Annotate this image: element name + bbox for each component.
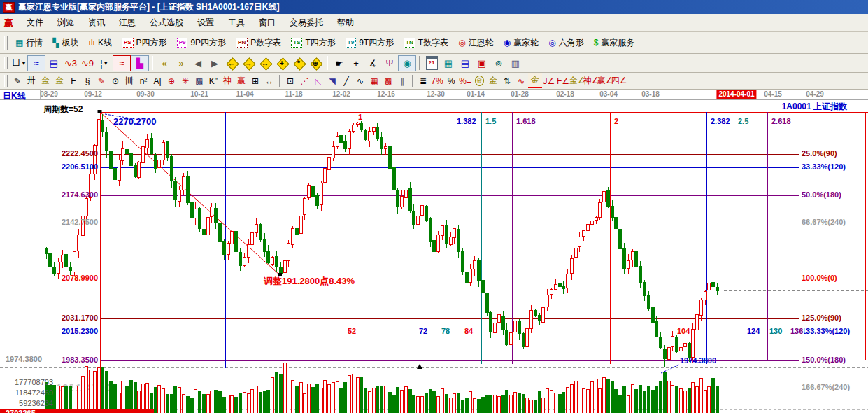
zoom-out-button[interactable]: * xyxy=(290,56,307,71)
span-arrows-button[interactable]: ↔ xyxy=(262,74,276,88)
crosshair-button[interactable]: + xyxy=(348,56,364,71)
gold-grid-1-button[interactable]: 金 xyxy=(38,74,52,88)
menu-item-4[interactable]: 公式选股 xyxy=(143,15,190,31)
pct-seven-button[interactable]: 7% xyxy=(430,74,444,88)
j-angle-button[interactable]: J∠ xyxy=(542,74,556,88)
pen-updown-button[interactable]: ⇅ xyxy=(500,74,514,88)
workstation-button[interactable]: ▥ xyxy=(507,56,524,71)
menu-item-9[interactable]: 帮助 xyxy=(331,15,360,31)
wave-9-button[interactable]: ∿9 xyxy=(79,56,96,71)
winner-wheel-button[interactable]: ◉赢家轮 xyxy=(499,36,543,50)
grid-red-1-button[interactable]: ▦ xyxy=(367,74,381,88)
prev-bar-button[interactable]: ◀ xyxy=(190,56,206,71)
toolbar-grip[interactable] xyxy=(4,57,8,69)
grid-44-button[interactable]: 卌 xyxy=(122,74,136,88)
angle-measure-button[interactable]: ∡ xyxy=(364,56,381,71)
kline-chart-canvas[interactable] xyxy=(0,100,868,413)
ray-fan-red-button[interactable]: ⋰ xyxy=(297,74,311,88)
map-overview-button[interactable]: ≈ xyxy=(27,55,45,71)
zoom-in-button[interactable]: + xyxy=(273,56,290,71)
slant-lines-button[interactable]: ∥ xyxy=(395,74,409,88)
menu-item-0[interactable]: 文件 xyxy=(20,15,50,31)
compass-red-button[interactable]: ⊕ xyxy=(164,74,178,88)
service-button[interactable]: $赢家服务 xyxy=(589,36,640,50)
trend-pen-button[interactable]: ╱ xyxy=(339,74,353,88)
wave-3-button[interactable]: ∿3 xyxy=(62,56,79,71)
kline-button[interactable]: ılıK线 xyxy=(84,36,117,50)
expand-h-button[interactable]: ↔ xyxy=(257,56,273,71)
quote-button[interactable]: ▦行情 xyxy=(10,36,48,50)
menu-item-8[interactable]: 交易委托 xyxy=(283,15,329,31)
structure-tree-button[interactable]: Ψ xyxy=(381,56,398,71)
smart-analysis-button[interactable]: ◉ xyxy=(398,55,416,71)
last-bar-button[interactable]: » xyxy=(173,56,190,71)
gold-lines-button[interactable]: 金 xyxy=(486,74,500,88)
pct-button[interactable]: % xyxy=(444,74,458,88)
ray-box-magenta-button[interactable]: ◺ xyxy=(311,74,325,88)
f-angle-button[interactable]: F∠ xyxy=(556,74,570,88)
shift-left-button[interactable]: ← xyxy=(223,56,240,71)
shen-grid-button[interactable]: 神 xyxy=(220,74,234,88)
menu-item-7[interactable]: 窗口 xyxy=(252,15,282,31)
menu-item-3[interactable]: 江恩 xyxy=(113,15,142,31)
gann-clock-button[interactable]: ⊙ xyxy=(108,74,122,88)
gold-grid-2-button[interactable]: 金 xyxy=(52,74,66,88)
box-tool-button[interactable]: ⊡ xyxy=(283,74,297,88)
grid-tool-button[interactable]: 卅 xyxy=(24,74,38,88)
sector-button[interactable]: ▚板块 xyxy=(48,36,83,50)
next-bar-button[interactable]: ▶ xyxy=(206,56,223,71)
pct-lines-button[interactable]: %= xyxy=(458,74,472,88)
n-square-button[interactable]: n² xyxy=(136,74,150,88)
spiral-button[interactable]: § xyxy=(80,74,94,88)
shen-angle-button[interactable]: 神∠ xyxy=(584,74,598,88)
map-red-button[interactable]: ≈ xyxy=(113,55,131,71)
k-mark-button[interactable]: K" xyxy=(206,74,220,88)
web-star-button[interactable]: ✳ xyxy=(178,74,192,88)
title-bar[interactable]: 赢 赢家江恩专业版[赢家内部服务平台] - [上证指数 SH1A0001-167… xyxy=(0,0,868,14)
a-wave-red-button[interactable]: ∿ xyxy=(514,74,528,88)
drag-hand-button[interactable]: ☛ xyxy=(331,56,348,71)
gold-angle-button[interactable]: 金∠ xyxy=(570,74,584,88)
t-square-button[interactable]: TST四方形 xyxy=(286,36,341,50)
zigzag-tool-button[interactable]: ∿ xyxy=(353,74,367,88)
shift-right-button[interactable]: → xyxy=(240,56,257,71)
menu-item-6[interactable]: 工具 xyxy=(222,15,251,31)
brush-red-button[interactable]: ✎ xyxy=(94,74,108,88)
p-table-button[interactable]: PNP数字表 xyxy=(231,36,286,50)
9p-square-button[interactable]: P99P四方形 xyxy=(172,36,231,50)
menu-item-5[interactable]: 设置 xyxy=(191,15,220,31)
p-square-button[interactable]: PSP四方形 xyxy=(117,36,172,50)
9t-square-button[interactable]: T99T四方形 xyxy=(341,36,399,50)
hexagon-button[interactable]: ◎六角形 xyxy=(543,36,588,50)
ying-angle-button[interactable]: 赢∠ xyxy=(598,74,612,88)
f-grid-button[interactable]: F xyxy=(66,74,80,88)
four-angle-button[interactable]: 四∠ xyxy=(612,74,626,88)
calendar-button[interactable]: 21 xyxy=(423,56,440,71)
toolbar-grip[interactable] xyxy=(4,36,8,50)
candle-style-button[interactable]: ¦▼ xyxy=(96,56,113,71)
calculator-button[interactable]: ▦ xyxy=(440,56,457,71)
bar-compare-button[interactable]: ≣ xyxy=(416,74,430,88)
first-bar-button[interactable]: « xyxy=(156,56,173,71)
notes-button[interactable]: ▤ xyxy=(457,56,474,71)
ray-box-navy-button[interactable]: ◥ xyxy=(325,74,339,88)
a-line-button[interactable]: A| xyxy=(150,74,164,88)
grid-red-2-button[interactable]: ▩ xyxy=(381,74,395,88)
gold-circle-button[interactable]: 金 xyxy=(472,74,486,88)
ying-grid-button[interactable]: 赢 xyxy=(234,74,248,88)
gann-wheel-button[interactable]: ◎江恩轮 xyxy=(453,36,498,50)
t-table-button[interactable]: TNT数字表 xyxy=(399,36,453,50)
fit-all-button[interactable]: ⊕ xyxy=(307,56,324,71)
gold-redline-button[interactable]: 金 xyxy=(528,74,542,88)
draw-pencil-button[interactable]: ✎ xyxy=(10,74,24,88)
web-grid-button[interactable]: ▩ xyxy=(192,74,206,88)
save-button[interactable]: ▣ xyxy=(474,56,490,71)
profile-histogram-button[interactable]: ▙ xyxy=(131,55,149,71)
net-sync-button[interactable]: ⊚ xyxy=(490,56,507,71)
info-panel-button[interactable]: ▤ xyxy=(45,56,62,71)
menu-item-1[interactable]: 浏览 xyxy=(51,15,80,31)
grid-123-button[interactable]: ⊞ xyxy=(248,74,262,88)
toolbar-grip[interactable] xyxy=(4,75,8,86)
period-day-button[interactable]: 日▼ xyxy=(10,56,27,71)
menu-item-2[interactable]: 资讯 xyxy=(82,15,111,31)
